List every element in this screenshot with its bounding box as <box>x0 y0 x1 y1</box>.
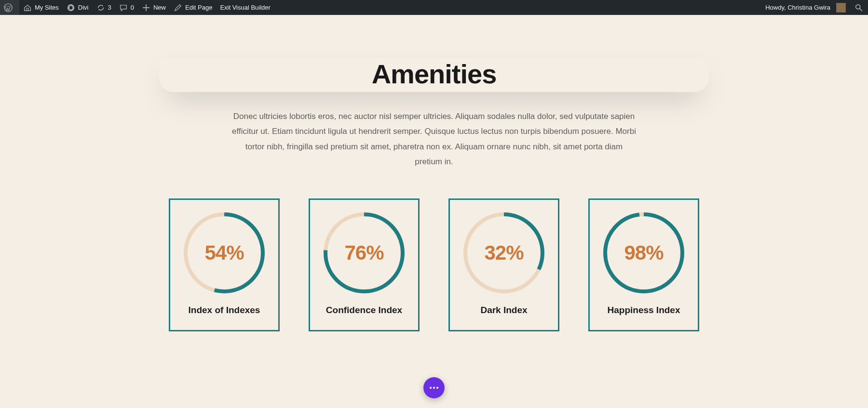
pencil-icon <box>174 3 182 12</box>
counter-label: Confidence Index <box>315 305 413 316</box>
adminbar-editpage[interactable]: Edit Page <box>170 0 216 15</box>
counter-percentage: 76% <box>321 210 407 296</box>
plus-icon <box>142 3 150 12</box>
divi-builder-fab[interactable] <box>423 377 445 398</box>
adminbar-updates-count: 3 <box>108 0 111 15</box>
adminbar-divi-label: Divi <box>78 0 89 15</box>
circle-counter: 32% <box>461 210 547 296</box>
counter-card[interactable]: 32% Dark Index <box>448 198 559 331</box>
search-icon <box>854 3 863 12</box>
counter-cards-row: 54% Index of Indexes 76% Confidence Inde… <box>58 198 810 360</box>
counter-label: Index of Indexes <box>175 305 273 316</box>
section-title[interactable]: Amenities <box>58 58 810 90</box>
counter-percentage: 54% <box>181 210 268 296</box>
adminbar-howdy-label: Howdy, Christina Gwira <box>765 0 830 15</box>
counter-card[interactable]: 98% Happiness Index <box>588 198 699 331</box>
adminbar-editpage-label: Edit Page <box>185 0 212 15</box>
adminbar-divi[interactable]: Divi <box>63 0 93 15</box>
more-icon <box>430 387 438 389</box>
adminbar-mysites-label: My Sites <box>35 0 59 15</box>
page-content: Amenities Donec ultricies lobortis eros,… <box>58 58 810 360</box>
wordpress-admin-bar: My Sites Divi 3 0 New <box>0 0 868 15</box>
divi-icon <box>67 3 75 12</box>
avatar <box>836 3 846 13</box>
counter-label: Happiness Index <box>595 305 693 316</box>
adminbar-right: Howdy, Christina Gwira <box>761 0 868 15</box>
adminbar-account[interactable]: Howdy, Christina Gwira <box>761 0 850 15</box>
counter-percentage: 32% <box>461 210 547 296</box>
adminbar-new-label: New <box>153 0 166 15</box>
counter-card[interactable]: 54% Index of Indexes <box>169 198 280 331</box>
comment-icon <box>119 3 128 12</box>
adminbar-search[interactable] <box>850 0 868 15</box>
adminbar-exitbuilder[interactable]: Exit Visual Builder <box>216 0 274 15</box>
counter-label: Dark Index <box>455 305 553 316</box>
wordpress-icon <box>4 3 13 12</box>
section-description[interactable]: Donec ultricies lobortis eros, nec aucto… <box>231 109 637 170</box>
adminbar-new[interactable]: New <box>138 0 170 15</box>
circle-counter: 98% <box>600 210 687 296</box>
adminbar-updates[interactable]: 3 <box>93 0 115 15</box>
adminbar-comments[interactable]: 0 <box>115 0 138 15</box>
circle-counter: 54% <box>181 210 268 296</box>
adminbar-wordpress[interactable] <box>0 0 19 15</box>
counter-card[interactable]: 76% Confidence Index <box>309 198 420 331</box>
adminbar-exitbuilder-label: Exit Visual Builder <box>220 0 271 15</box>
adminbar-left: My Sites Divi 3 0 New <box>0 0 274 15</box>
adminbar-mysites[interactable]: My Sites <box>19 0 63 15</box>
svg-rect-1 <box>27 8 28 10</box>
circle-counter: 76% <box>321 210 407 296</box>
home-icon <box>23 3 32 12</box>
adminbar-comments-count: 0 <box>131 0 134 15</box>
counter-percentage: 98% <box>600 210 687 296</box>
refresh-icon <box>96 3 105 12</box>
